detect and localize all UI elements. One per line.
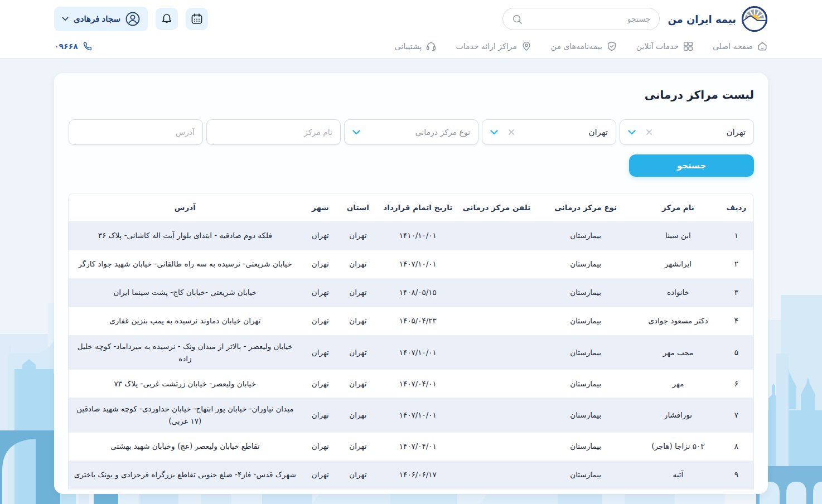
cell-center-phone (459, 278, 534, 307)
main-navigation: صفحه اصلی خدمات آنلاین بیمه‌نامه‌های من (0, 38, 822, 58)
nav-item-my-policies[interactable]: بیمه‌نامه‌های من (551, 41, 617, 52)
cell-center-phone (459, 432, 534, 461)
table-header-row: ردیف نام مرکز نوع مرکز درمانی تلفن مرکز … (69, 193, 753, 221)
cell-address: میدان نیاوران- خیابان پور ابتهاج- خیابان… (69, 398, 302, 433)
cell-address: شهرک قدس- فاز۴- ضلع جنوبی تقاطع بزرگراه … (69, 461, 302, 489)
header-search-input[interactable] (527, 14, 650, 23)
cell-address: فلکه دوم صادقیه - ابتدای بلوار آیت اله ک… (69, 221, 302, 250)
clear-icon[interactable] (508, 129, 515, 135)
cell-center-type: بیمارستان (534, 307, 637, 335)
cell-center-type: بیمارستان (534, 398, 637, 433)
user-menu[interactable]: سجاد فرهادی (54, 7, 148, 31)
cell-city: تهران (302, 370, 340, 398)
cell-address: خیابان ولیعصر- خیابان زرتشت غربی- پلاک ۷… (69, 370, 302, 398)
cell-row-number: ۶ (719, 370, 753, 398)
table-row[interactable]: ۶ مهر بیمارستان ۱۴۰۷/۰۴/۰۱ تهران تهران خ… (69, 370, 753, 398)
cell-province: تهران (339, 278, 377, 307)
table-row[interactable]: ۵ محب مهر بیمارستان ۱۴۰۷/۱۰/۰۱ تهران تهر… (69, 335, 753, 370)
address-field[interactable] (69, 119, 203, 145)
nav-label: خدمات آنلاین (636, 42, 679, 51)
cell-center-name: آتیه (637, 461, 719, 489)
cell-row-number: ۷ (719, 398, 753, 433)
search-icon (512, 14, 523, 25)
cell-center-phone (459, 398, 534, 433)
nav-item-support[interactable]: پشتیبانی (395, 41, 437, 52)
cell-city: تهران (302, 398, 340, 433)
support-phone-number: ۰۹۶۶۸ (54, 42, 78, 51)
cell-contract-end-date: ۱۴۰۸/۰۵/۱۵ (377, 278, 459, 307)
header-search[interactable] (502, 8, 660, 30)
cell-province: تهران (339, 250, 377, 278)
chevron-down-icon[interactable] (352, 130, 360, 135)
grid-icon (683, 41, 694, 52)
brand-name: بیمه ایران من (668, 13, 736, 25)
cell-city: تهران (302, 307, 340, 335)
brand-logo[interactable]: بیمه ایران من (668, 6, 768, 32)
table-row[interactable]: ۷ نورافشار بیمارستان ۱۴۰۷/۱۰/۰۱ تهران ته… (69, 398, 753, 433)
cell-province: تهران (339, 307, 377, 335)
nav-item-service-centers[interactable]: مراکز ارائه خدمات (456, 41, 531, 52)
cell-center-name: مهر (637, 370, 719, 398)
user-avatar-icon (125, 12, 140, 26)
col-header-center-type: نوع مرکز درمانی (534, 193, 637, 221)
cell-center-phone (459, 461, 534, 489)
nav-label: پشتیبانی (395, 42, 422, 51)
chevron-down-icon[interactable] (628, 130, 636, 135)
center-name-input[interactable] (215, 128, 332, 137)
center-name-field[interactable] (206, 119, 341, 145)
calendar-button[interactable] (186, 8, 208, 30)
clear-icon[interactable] (646, 129, 652, 135)
cell-province: تهران (339, 432, 377, 461)
cell-center-phone (459, 250, 534, 278)
col-header-center-name: نام مرکز (637, 193, 719, 221)
cell-city: تهران (302, 278, 340, 307)
table-body: ۱ ابن سینا بیمارستان ۱۴۱۰/۱۰/۰۱ تهران ته… (69, 221, 753, 489)
search-button[interactable]: جستجو (629, 154, 754, 177)
chevron-down-icon (62, 17, 69, 21)
cell-address: تهران خیابان دماوند نرسیده به پمپ بنزین … (69, 307, 302, 335)
cell-center-name: دکتر مسعود جوادی (637, 307, 719, 335)
cell-center-phone (459, 307, 534, 335)
province-select[interactable]: تهران (620, 119, 754, 145)
nav-item-online-services[interactable]: خدمات آنلاین (636, 41, 694, 52)
city-select[interactable]: تهران (482, 119, 616, 145)
cell-row-number: ۳ (719, 278, 753, 307)
cell-center-name: ۵۰۳ نزاجا (هاجر) (637, 432, 719, 461)
cell-city: تهران (302, 250, 340, 278)
cell-row-number: ۸ (719, 432, 753, 461)
cell-city: تهران (302, 221, 340, 250)
cell-center-type: بیمارستان (534, 278, 637, 307)
city-select-value: تهران (588, 127, 608, 137)
headset-icon (425, 41, 437, 52)
cell-city: تهران (302, 461, 340, 489)
cell-province: تهران (339, 398, 377, 433)
shield-check-icon (606, 41, 617, 52)
table-row[interactable]: ۴ دکتر مسعود جوادی بیمارستان ۱۴۰۵/۰۴/۲۳ … (69, 307, 753, 335)
nav-label: بیمه‌نامه‌های من (551, 42, 602, 51)
chevron-down-icon[interactable] (490, 130, 498, 135)
cell-city: تهران (302, 335, 340, 370)
cell-row-number: ۲ (719, 250, 753, 278)
medical-centers-table: ردیف نام مرکز نوع مرکز درمانی تلفن مرکز … (68, 193, 754, 490)
address-input[interactable] (77, 128, 195, 137)
user-name: سجاد فرهادی (74, 14, 120, 24)
table-row[interactable]: ۲ ایرانشهر بیمارستان ۱۴۰۷/۱۰/۰۱ تهران ته… (69, 250, 753, 278)
col-header-city: شهر (302, 193, 340, 221)
table-row[interactable]: ۹ آتیه بیمارستان ۱۴۰۶/۰۶/۱۷ تهران تهران … (69, 461, 753, 489)
nav-item-home[interactable]: صفحه اصلی (713, 41, 768, 52)
cell-center-phone (459, 335, 534, 370)
notifications-button[interactable] (156, 8, 178, 30)
cell-center-type: بیمارستان (534, 461, 637, 489)
cell-center-name: ابن سینا (637, 221, 719, 250)
calendar-icon (191, 13, 203, 25)
table-row[interactable]: ۳ خانواده بیمارستان ۱۴۰۸/۰۵/۱۵ تهران تهر… (69, 278, 753, 307)
table-row[interactable]: ۱ ابن سینا بیمارستان ۱۴۱۰/۱۰/۰۱ تهران ته… (69, 221, 753, 250)
col-header-row-number: ردیف (719, 193, 753, 221)
center-type-select[interactable]: نوع مرکز درمانی (344, 119, 478, 145)
header-top-row: بیمه ایران من (0, 0, 822, 38)
cell-address: خیابان شریعتی -خیابان کاج- پشت سینما ایر… (69, 278, 302, 307)
cell-contract-end-date: ۱۴۰۷/۱۰/۰۱ (377, 398, 459, 433)
support-phone[interactable]: ۰۹۶۶۸ (54, 41, 93, 51)
table-row[interactable]: ۸ ۵۰۳ نزاجا (هاجر) بیمارستان ۱۴۰۷/۰۴/۰۱ … (69, 432, 753, 461)
cell-province: تهران (339, 221, 377, 250)
